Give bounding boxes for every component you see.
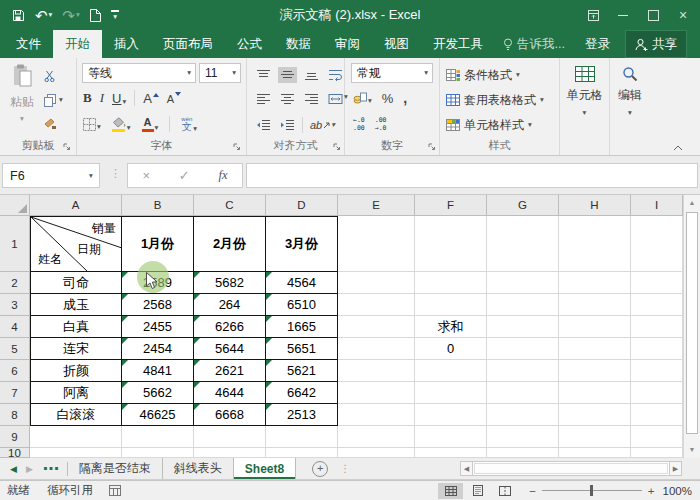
cell-styles-button[interactable]: 单元格样式▾ [446,115,532,135]
cell-I10[interactable] [631,448,683,458]
cell-I9[interactable] [631,426,683,448]
align-right-button[interactable] [302,91,321,107]
new-sheet-button[interactable]: + [312,461,328,477]
collapse-ribbon-button[interactable] [673,145,683,151]
cell-A7[interactable]: 阿离 [30,382,122,404]
customize-qat-button[interactable]: ▾ [111,10,119,21]
cell-A2[interactable]: 司命 [30,272,122,294]
cell-H6[interactable] [559,360,631,382]
view-normal-button[interactable] [438,483,463,499]
font-size-select[interactable]: 11▾ [199,63,241,83]
sheet-nav-right-icon[interactable]: ▶ [26,464,33,474]
conditional-formatting-button[interactable]: 条件格式▾ [446,65,520,85]
wrap-text-button[interactable] [326,67,346,83]
cell-I4[interactable] [631,316,683,338]
hscroll-right-icon[interactable]: ▶ [669,461,682,476]
percent-style-button[interactable]: % [382,91,394,106]
ribbon-tab-file[interactable]: 文件 [4,30,53,58]
formula-bar-grip[interactable]: ⋮ [110,168,121,179]
phonetic-button[interactable]: wén文▾ [181,116,197,132]
cell-F2[interactable] [415,272,487,294]
name-box-dropdown-icon[interactable]: ▾ [83,172,99,180]
cell-H1[interactable] [559,216,631,272]
ribbon-tab-review[interactable]: 审阅 [323,30,372,58]
decrease-decimal-button[interactable]: .00→.0 [375,116,387,132]
cell-G9[interactable] [487,426,559,448]
row-header-5[interactable]: 5 [0,338,30,360]
italic-button[interactable]: I [100,90,104,106]
cell-D2[interactable]: 4564 [266,272,338,294]
macro-record-icon[interactable] [109,485,121,496]
cell-I1[interactable] [631,216,683,272]
redo-dropdown-icon[interactable]: ▾ [76,11,80,19]
sheet-more-button[interactable]: ⋯ [43,459,59,478]
name-box[interactable]: F6▾ [2,163,100,188]
cell-B10[interactable] [122,448,194,458]
cell-E10[interactable] [338,448,415,458]
cell-D6[interactable]: 5621 [266,360,338,382]
bold-button[interactable]: B [83,90,92,106]
increase-font-button[interactable]: A [143,91,159,106]
cell-D1[interactable]: 3月份 [266,216,338,272]
insert-function-button[interactable]: fx [219,168,228,183]
cell-G4[interactable] [487,316,559,338]
cell-G7[interactable] [487,382,559,404]
orientation-button[interactable]: ab▾ [308,119,337,131]
cell-F10[interactable] [415,448,487,458]
ribbon-display-options-button[interactable] [578,0,608,30]
increase-indent-button[interactable] [278,117,297,133]
cell-B4[interactable]: 2455 [122,316,194,338]
redo-button[interactable]: ↷▾ [62,8,79,23]
cell-C3[interactable]: 264 [194,294,266,316]
cell-G10[interactable] [487,448,559,458]
cell-A3[interactable]: 成玉 [30,294,122,316]
scroll-down-icon[interactable]: ▼ [684,442,700,458]
cell-E3[interactable] [338,294,415,316]
font-dialog-launcher[interactable] [233,143,241,151]
cell-B5[interactable]: 2454 [122,338,194,360]
ribbon-tab-formulas[interactable]: 公式 [225,30,274,58]
accounting-format-button[interactable]: ▾ [353,92,372,104]
cell-A1[interactable]: 销量日期姓名 [30,216,122,272]
column-header-D[interactable]: D [266,195,338,216]
row-header-9[interactable]: 9 [0,426,30,448]
cancel-button[interactable]: × [142,168,150,183]
cell-F7[interactable] [415,382,487,404]
format-painter-button[interactable] [44,114,57,134]
view-page-layout-button[interactable] [465,483,490,499]
cell-C7[interactable]: 4644 [194,382,266,404]
cell-C10[interactable] [194,448,266,458]
column-header-C[interactable]: C [194,195,266,216]
clipboard-dialog-launcher[interactable] [63,143,71,151]
sheet-nav-left-icon[interactable]: ◀ [10,464,17,474]
cell-H8[interactable] [559,404,631,426]
cell-H5[interactable] [559,338,631,360]
zoom-slider[interactable] [542,490,642,491]
cell-B3[interactable]: 2568 [122,294,194,316]
ribbon-tab-data[interactable]: 数据 [274,30,323,58]
cell-E9[interactable] [338,426,415,448]
row-header-3[interactable]: 3 [0,294,30,316]
column-header-F[interactable]: F [415,195,487,216]
zoom-out-button[interactable]: − [529,485,536,497]
horizontal-scrollbar[interactable]: ◀ ▶ [460,461,682,476]
cell-I5[interactable] [631,338,683,360]
column-header-A[interactable]: A [30,195,122,216]
row-header-10[interactable]: 10 [0,448,30,458]
cell-E2[interactable] [338,272,415,294]
cell-A9[interactable] [30,426,122,448]
select-all-button[interactable] [0,195,30,216]
cell-C9[interactable] [194,426,266,448]
cell-H2[interactable] [559,272,631,294]
formula-input[interactable] [246,163,698,188]
close-button[interactable]: × [668,0,698,30]
row-header-8[interactable]: 8 [0,404,30,426]
vscroll-thumb[interactable] [686,212,698,434]
cell-G2[interactable] [487,272,559,294]
cell-F9[interactable] [415,426,487,448]
cell-C8[interactable]: 6668 [194,404,266,426]
paste-button[interactable]: 粘贴 ▾ [5,64,39,123]
cell-F6[interactable] [415,360,487,382]
align-left-button[interactable] [254,91,273,107]
cell-B8[interactable]: 46625 [122,404,194,426]
